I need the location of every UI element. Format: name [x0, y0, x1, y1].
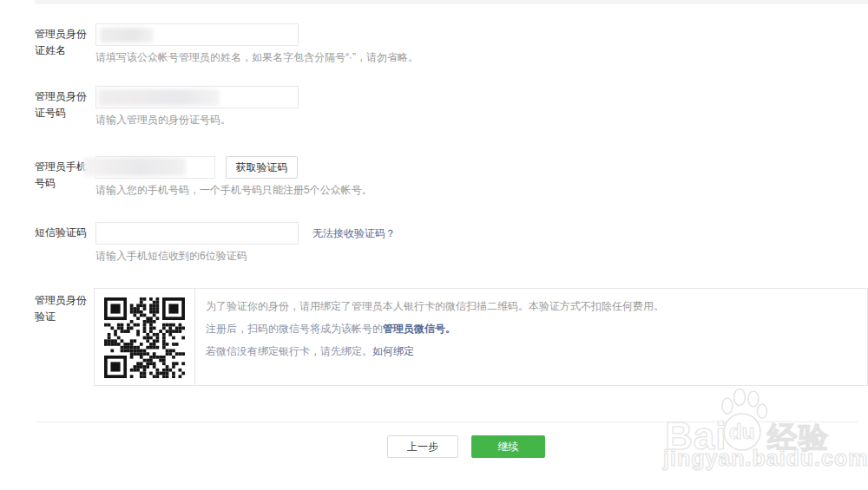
identity-verify-panel: 为了验证你的身份，请用绑定了管理员本人银行卡的微信扫描二维码。本验证方式不扣除任…: [94, 288, 868, 386]
admin-idcard-name-input[interactable]: [95, 23, 299, 46]
verify-instructions: 为了验证你的身份，请用绑定了管理员本人银行卡的微信扫描二维码。本验证方式不扣除任…: [195, 289, 867, 385]
previous-step-button[interactable]: 上一步: [387, 435, 458, 458]
admin-identity-verify-label: 管理员身份验证: [35, 292, 90, 325]
qr-code: [104, 297, 185, 378]
redacted-name-value: [100, 28, 154, 42]
qr-pane: [95, 289, 195, 385]
admin-idcard-number-input[interactable]: [95, 86, 299, 108]
admin-phone-help: 请输入您的手机号码，一个手机号码只能注册5个公众帐号。: [95, 183, 372, 198]
cannot-receive-code-link[interactable]: 无法接收验证码？: [312, 226, 396, 241]
admin-idcard-name-label: 管理员身份证姓名: [35, 26, 90, 59]
admin-idcard-number-label: 管理员身份证号码: [35, 88, 90, 121]
baidu-paw-icon: [715, 387, 769, 453]
verify-line-1: 为了验证你的身份，请用绑定了管理员本人银行卡的微信扫描二维码。本验证方式不扣除任…: [206, 301, 867, 311]
verify-line-3-text: 若微信没有绑定银行卡，请先绑定。: [206, 345, 372, 357]
top-divider: [35, 0, 868, 4]
watermark-jingyan-cn: 经验: [767, 418, 830, 458]
admin-idcard-name-help: 请填写该公众帐号管理员的姓名，如果名字包含分隔号“·”，请勿省略。: [95, 50, 418, 65]
footer-divider: [35, 421, 858, 422]
watermark-url: jingyan.baidu.com: [663, 446, 868, 471]
admin-idcard-number-help: 请输入管理员的身份证号码。: [95, 113, 231, 127]
verify-line-2: 注册后，扫码的微信号将成为该帐号的管理员微信号。: [206, 323, 867, 334]
admin-phone-label: 管理员手机号码: [35, 159, 90, 192]
sms-code-input[interactable]: [95, 222, 299, 245]
admin-wechat-id-emphasis: 管理员微信号。: [383, 323, 456, 335]
watermark-baidu-du: du: [729, 420, 754, 444]
wechat-mp-admin-registration-form: 管理员身份证姓名 请填写该公众帐号管理员的姓名，如果名字包含分隔号“·”，请勿省…: [0, 0, 868, 490]
how-to-bind-link[interactable]: 如何绑定: [372, 345, 414, 357]
sms-code-label: 短信验证码: [35, 225, 90, 241]
redacted-phone-value: [83, 158, 186, 176]
sms-code-help: 请输入手机短信收到的6位验证码: [95, 249, 247, 264]
get-verification-code-button[interactable]: 获取验证码: [226, 156, 298, 179]
redacted-idnumber-value: [98, 89, 220, 106]
verify-line-2-text: 注册后，扫码的微信号将成为该帐号的: [206, 323, 383, 335]
verify-line-3: 若微信没有绑定银行卡，请先绑定。如何绑定: [206, 346, 867, 356]
continue-button[interactable]: 继续: [471, 435, 545, 458]
